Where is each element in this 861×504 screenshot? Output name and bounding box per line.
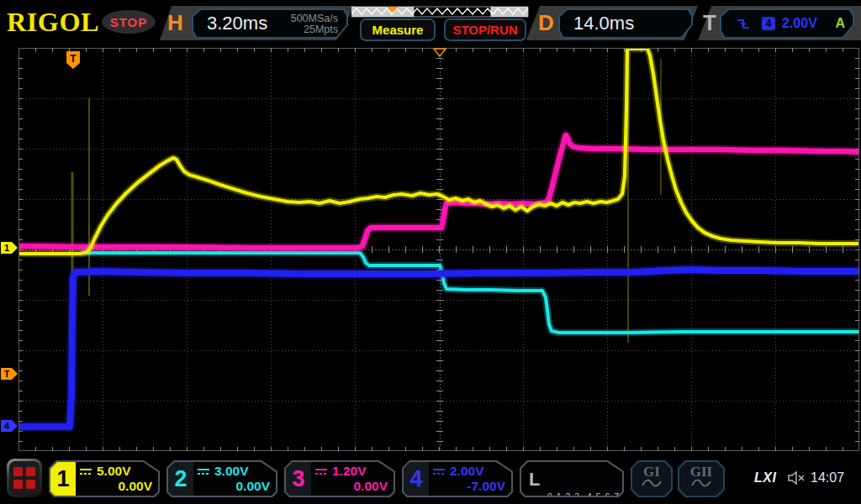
trigger-label: T [703,11,716,34]
stop-run-button[interactable]: STOP/RUN [444,18,526,41]
trigger-position-marker[interactable]: T [66,51,80,69]
memory-position-bar [351,5,540,18]
channel-button-3[interactable]: 3 1.20V 0.00V [284,460,395,497]
sine-icon [691,479,711,488]
trigger-level-value: 2.00V [782,16,817,31]
channel-3-offset: 0.00V [314,480,388,493]
channel-button-2[interactable]: 2 3.00V 0.00V [166,460,277,497]
channel-1-number: 1 [50,462,76,496]
channel-2-number: 2 [168,462,193,496]
level-marker-1[interactable]: 1 [1,242,18,254]
dc-coupling-icon [314,468,328,475]
g1-generator-button[interactable]: GI [631,460,673,497]
logic-channels-button[interactable]: L 0 1 2 3 4 5 6 7 8 9 1011 12131415 [520,460,624,497]
channel-3-scale: 1.20V [332,465,367,478]
timebase-value: 3.20ms [207,13,267,34]
channel-4-offset: -7.00V [432,480,505,493]
level-marker-4[interactable]: 4 [1,420,18,432]
delay-value: 14.0ms [573,13,634,34]
level-marker-t[interactable]: T [1,368,18,380]
delay-label: D [538,11,554,34]
channel-button-4[interactable]: 4 2.00V -7.00V [402,460,513,497]
horizontal-scale-field[interactable]: 3.20ms 500MSa/s 25Mpts [192,8,348,39]
memory-depth: 25Mpts [291,24,338,36]
dc-coupling-icon [432,468,446,475]
digital-channel-list: 0 1 2 3 4 5 6 7 8 9 1011 12131415 [547,467,619,504]
acquisition-info: 500MSa/s 25Mpts [291,12,338,36]
waveform-display: T1T4 [0,0,861,504]
oscilloscope-screen: T1T4 RIGOL STOP H 3.20ms 500MSa/s 25Mpts… [0,0,861,504]
traces [18,49,859,427]
trigger-field[interactable]: 4 2.00V A [720,8,854,39]
run-state-badge: STOP [102,10,156,34]
dc-coupling-icon [197,468,210,475]
measure-button[interactable]: Measure [360,18,436,41]
speaker-muted-icon [787,470,806,486]
logic-label: L [529,469,540,491]
channel-4-trace [18,270,859,427]
svg-text:T: T [4,369,10,379]
trigger-source-badge: 4 [762,17,775,30]
channel-button-1[interactable]: 1 5.00V 0.00V [49,460,160,497]
delay-field[interactable]: 14.0ms [558,8,693,39]
clock-time: 14:07 [811,470,844,486]
horizontal-label: H [167,11,183,34]
channel-2-offset: 0.00V [197,480,270,493]
channel-3-number: 3 [286,462,311,496]
menu-button[interactable] [7,459,42,497]
svg-text:1: 1 [4,243,9,253]
channel-1-offset: 0.00V [79,480,152,493]
window-center-marker [434,49,446,56]
falling-edge-icon [735,17,752,31]
dc-coupling-icon [79,468,92,475]
channel-4-number: 4 [404,462,429,496]
grid-icon [13,467,35,489]
trigger-mode-indicator: A [835,16,845,31]
svg-text:T: T [70,53,77,65]
status-bar: RIGOL STOP H 3.20ms 500MSa/s 25Mpts Meas… [0,0,861,46]
sine-icon [642,479,662,488]
lxi-logo: LXI [754,470,776,486]
channel-1-scale: 5.00V [97,465,131,478]
rigol-logo: RIGOL [7,8,99,38]
channel-bar: 1 5.00V 0.00V 2 3.00V 0.00 [0,454,861,504]
g2-generator-button[interactable]: GII [678,460,725,497]
channel-4-scale: 2.00V [450,465,484,478]
sample-rate: 500MSa/s [291,13,338,25]
svg-text:4: 4 [4,421,10,431]
channel-2-scale: 3.00V [214,465,249,478]
